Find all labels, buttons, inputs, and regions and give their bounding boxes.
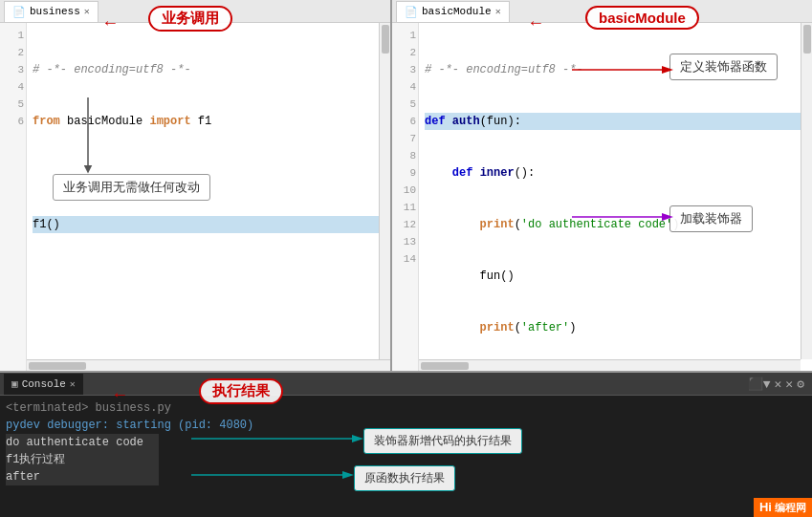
- console-tab-icon: ▣: [11, 377, 18, 390]
- annotation-no-change: 业务调用无需做任何改动: [53, 174, 210, 201]
- console-toolbar-close2[interactable]: ✕: [785, 377, 793, 392]
- right-tab-icon: 📄: [405, 6, 418, 18]
- left-line-numbers: 123456: [0, 23, 27, 371]
- right-tab-close[interactable]: ✕: [495, 6, 501, 17]
- left-tab-label: business: [30, 6, 80, 17]
- console-toolbar-settings[interactable]: ⚙: [797, 377, 804, 392]
- left-scrollbar-h[interactable]: [27, 359, 390, 371]
- svg-marker-2: [662, 66, 673, 74]
- annotation-exec-result: 执行结果: [199, 378, 283, 404]
- console-tab-close[interactable]: ✕: [70, 378, 76, 390]
- left-tab-business[interactable]: 📄 business ✕: [4, 1, 99, 22]
- console-line-after: after: [6, 468, 159, 485]
- right-tab-basicmodule[interactable]: 📄 basicModule ✕: [396, 1, 510, 22]
- annotation-original-result: 原函数执行结果: [354, 465, 455, 491]
- arrow-f1-to-box: [88, 97, 117, 183]
- annotation-load-decorator: 加载装饰器: [669, 205, 753, 232]
- annotation-define-decorator: 定义装饰器函数: [669, 54, 778, 80]
- branding-logo: Hi: [759, 500, 772, 514]
- red-arrow-right-tab: ←: [531, 13, 541, 32]
- right-scrollbar-h[interactable]: [419, 359, 801, 371]
- console-tab[interactable]: ▣ Console ✕: [4, 374, 83, 395]
- svg-marker-8: [342, 471, 354, 479]
- annotation-basic-module: basicModule: [585, 6, 699, 30]
- svg-marker-4: [662, 213, 673, 221]
- console-line-authenticate: do authenticate code: [6, 434, 159, 451]
- red-arrow-left-tab: ←: [105, 13, 116, 32]
- right-line-numbers: 1234567891011121314: [392, 23, 419, 371]
- svg-marker-6: [352, 435, 363, 442]
- console-content: <terminated> business.py pydev debugger:…: [0, 396, 812, 517]
- left-tab-icon: 📄: [12, 6, 26, 18]
- arrow-decorator-result: [191, 433, 365, 444]
- branding-site: 编程网: [775, 502, 806, 513]
- arrow-at-auth: [572, 211, 675, 223]
- console-line-f1: f1执行过程: [6, 451, 159, 468]
- left-tab-close[interactable]: ✕: [84, 6, 90, 17]
- console-toolbar-close1[interactable]: ✕: [775, 377, 782, 392]
- annotation-decorator-result: 装饰器新增代码的执行结果: [363, 428, 522, 454]
- console-terminated: <terminated> business.py: [6, 399, 806, 417]
- right-scrollbar-v[interactable]: [801, 23, 812, 359]
- arrow-def-auth: [572, 64, 675, 75]
- console-toolbar-menu[interactable]: ⬛▼: [748, 377, 771, 392]
- console-tab-label: Console: [22, 378, 66, 390]
- right-tab-label: basicModule: [422, 6, 492, 17]
- annotation-business-call: 业务调用: [148, 6, 232, 32]
- arrow-original-result: [191, 469, 356, 481]
- left-scrollbar-v[interactable]: [379, 23, 390, 359]
- branding: Hi 编程网: [754, 498, 812, 517]
- red-arrow-console-tab: ←: [115, 385, 125, 404]
- console-toolbar: ⬛▼ ✕ ✕ ⚙: [748, 377, 808, 392]
